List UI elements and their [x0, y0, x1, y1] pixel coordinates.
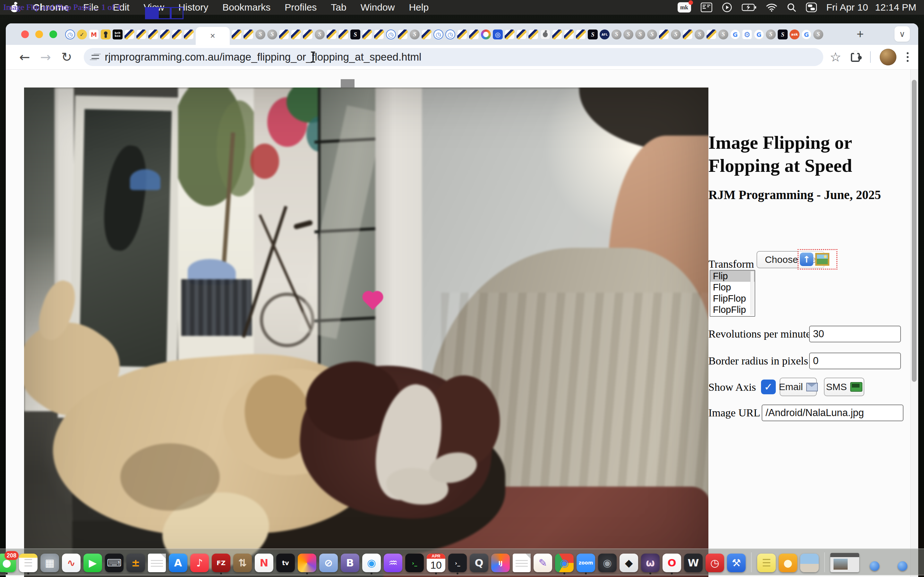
dock-item-firefox[interactable]: [298, 554, 317, 572]
pinned-tab-clock[interactable]: [433, 29, 443, 39]
dock-item-calculator[interactable]: ±: [126, 554, 145, 572]
dock-item-terminal-kbc[interactable]: ›_: [405, 554, 424, 572]
close-window-button[interactable]: [21, 31, 29, 38]
dock-item-archive[interactable]: ⇅: [233, 554, 252, 572]
control-center-icon[interactable]: [806, 3, 817, 12]
pinned-tab-quill[interactable]: [469, 29, 479, 39]
menu-window[interactable]: Window: [360, 2, 395, 13]
show-axis-checkbox[interactable]: ✓: [761, 380, 776, 394]
url-text[interactable]: rjmprogramming.com.au/image_flipping_or_…: [105, 51, 422, 63]
image-url-input[interactable]: [762, 405, 903, 421]
dock-item-news[interactable]: N: [255, 554, 273, 572]
transform-option-flopflip[interactable]: FlopFlip: [710, 304, 754, 316]
dock-item-inkscape[interactable]: ◆: [620, 554, 638, 572]
pinned-tab-sgray[interactable]: [718, 29, 728, 39]
email-button[interactable]: Email: [780, 378, 817, 396]
dock-item-messages[interactable]: ●208: [0, 554, 16, 572]
pinned-tab-afl[interactable]: [599, 29, 610, 39]
pinned-tab-sgray[interactable]: [612, 29, 622, 39]
dock-item-podcasts[interactable]: ♒: [384, 554, 402, 572]
dock-item-idea-lamp[interactable]: ●: [779, 554, 797, 572]
dock-item-cat-app[interactable]: ω: [641, 554, 660, 572]
pinned-tab-sgray[interactable]: [671, 29, 681, 39]
pinned-tab-quill[interactable]: [124, 29, 134, 39]
dock-item-keyboard-viewer[interactable]: ⌨: [105, 554, 124, 572]
pinned-tab-sgray[interactable]: [410, 29, 420, 39]
mackeeper-status-icon[interactable]: mk: [678, 2, 691, 13]
extensions-icon[interactable]: [850, 52, 861, 63]
pinned-tab-quill[interactable]: [244, 29, 254, 39]
pinned-tab-quill[interactable]: [136, 29, 146, 39]
pinned-tab-quill[interactable]: [457, 29, 467, 39]
pinned-tab-sgray[interactable]: [255, 29, 265, 39]
menu-profiles[interactable]: Profiles: [284, 2, 317, 13]
dock-item-gauge[interactable]: ◷: [706, 554, 724, 572]
pinned-tab-sblack[interactable]: [588, 29, 598, 39]
scrollbar-thumb[interactable]: [912, 80, 917, 382]
address-bar[interactable]: rjmprogramming.com.au/image_flipping_or_…: [84, 48, 824, 66]
pinned-tab-quill[interactable]: [505, 29, 515, 39]
transform-option-flipflop[interactable]: FlipFlop: [710, 293, 754, 304]
active-tab[interactable]: ×: [196, 27, 230, 45]
pinned-tab-quill[interactable]: [576, 29, 586, 39]
menu-tab[interactable]: Tab: [331, 2, 346, 13]
pinned-tab-quill[interactable]: [172, 29, 182, 39]
battery-icon[interactable]: [742, 3, 756, 11]
minimize-window-button[interactable]: [35, 31, 43, 38]
dock-item-art[interactable]: ✎: [533, 554, 552, 572]
dock-item-facetime[interactable]: ▶: [83, 554, 102, 572]
pinned-tab-apple[interactable]: [540, 29, 550, 39]
pinned-tab-check[interactable]: [77, 29, 87, 39]
dock-item-safari[interactable]: ◉: [362, 554, 381, 572]
dock-item-intellij[interactable]: IJ: [491, 554, 510, 572]
pinned-tab-sgray[interactable]: [766, 29, 776, 39]
pinned-tab-quill[interactable]: [398, 29, 408, 39]
back-button[interactable]: ←: [19, 51, 30, 63]
dock-item-chrome[interactable]: ◉: [555, 554, 573, 572]
pinned-tab-g[interactable]: [730, 29, 740, 39]
pinned-tab-sblack[interactable]: [351, 29, 360, 39]
dock-item-document[interactable]: [513, 554, 531, 572]
dock-item-white-app[interactable]: W: [684, 554, 703, 572]
input-source-icon[interactable]: [701, 3, 712, 12]
dock-item-grapher[interactable]: ∿: [62, 554, 81, 572]
pinned-tab-britbox[interactable]: [113, 29, 123, 39]
pinned-tab-sgray[interactable]: [813, 29, 823, 39]
pinned-tab-quill[interactable]: [706, 29, 716, 39]
reload-button[interactable]: ↻: [61, 51, 72, 63]
pinned-tab-g[interactable]: [754, 29, 764, 39]
pinned-tab-quill[interactable]: [552, 29, 562, 39]
dock-item-printer-window[interactable]: [830, 553, 859, 572]
dock-item-calendar[interactable]: APR10: [427, 554, 445, 572]
dock-item-mini-window-1[interactable]: [862, 561, 887, 572]
menu-bookmarks[interactable]: Bookmarks: [222, 2, 270, 13]
dock-item-quicktime[interactable]: Q: [470, 554, 488, 572]
page-scrollbar[interactable]: [910, 69, 918, 577]
transform-select-list[interactable]: FlipFlopFlipFlopFlopFlip: [710, 270, 755, 317]
border-radius-input[interactable]: [809, 353, 901, 369]
dock-item-bible[interactable]: B: [341, 554, 359, 572]
dock-item-music[interactable]: ♪: [190, 554, 209, 572]
pinned-tab-clock[interactable]: [386, 29, 396, 39]
dock-item-photo-window[interactable]: [800, 554, 819, 572]
site-settings-icon[interactable]: [91, 53, 99, 61]
pinned-tab-abc[interactable]: [493, 29, 503, 39]
dock-item-stickies[interactable]: ☰: [757, 554, 776, 572]
pinned-tab-quill[interactable]: [338, 29, 349, 39]
pinned-tab-lock[interactable]: [101, 29, 111, 39]
pinned-tab-clock[interactable]: [65, 29, 75, 39]
dock-item-app-store[interactable]: A: [169, 554, 187, 572]
pinned-tab-quill[interactable]: [184, 29, 194, 39]
dock-item-filezilla[interactable]: FZ: [212, 554, 230, 572]
new-tab-button[interactable]: +: [857, 28, 864, 40]
pinned-tab-sgray[interactable]: [635, 29, 645, 39]
spotlight-search-icon[interactable]: [787, 3, 796, 12]
dock-item-apple-tv[interactable]: tv: [276, 554, 295, 572]
now-playing-icon[interactable]: [722, 2, 732, 13]
dock-item-settings-knob[interactable]: ◉: [598, 554, 617, 572]
menu-bar-clock[interactable]: Fri Apr 10 12:14 PM: [827, 2, 916, 13]
pinned-tab-gmail[interactable]: [89, 29, 99, 39]
menu-help[interactable]: Help: [409, 2, 429, 13]
pinned-tab-dots[interactable]: [481, 29, 491, 39]
pinned-tab-quill[interactable]: [374, 29, 384, 39]
